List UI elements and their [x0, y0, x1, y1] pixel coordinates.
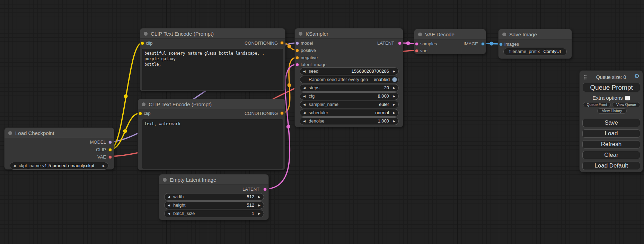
extra-options-checkbox[interactable] [625, 96, 630, 100]
extra-options-label: Extra options [592, 95, 623, 101]
node-empty-latent-header[interactable]: Empty Latent Image [159, 174, 268, 185]
widget-ckpt-name[interactable]: ◀ ckpt_name v1-5-pruned-emaonly.ckpt ▶ [10, 162, 108, 170]
decrement-arrow-icon[interactable]: ◀ [168, 210, 170, 217]
increment-arrow-icon[interactable]: ▶ [258, 210, 261, 217]
increment-arrow-icon[interactable]: ▶ [393, 84, 395, 91]
input-label-negative: negative [301, 55, 318, 60]
decrement-arrow-icon[interactable]: ◀ [168, 193, 170, 200]
node-load-checkpoint: Load Checkpoint MODEL CLIP VAE ◀ ckpt_na… [4, 127, 114, 170]
node-save-image-header[interactable]: Save Image [499, 29, 572, 39]
output-label-image: IMAGE [464, 41, 478, 46]
input-port-negative[interactable] [295, 56, 299, 60]
input-port-images[interactable] [499, 43, 503, 46]
increment-arrow-icon[interactable]: ▶ [258, 193, 261, 200]
widget-batch-size[interactable]: ◀ batch_size 1 ▶ [164, 210, 264, 217]
load-default-button[interactable]: Load Default [582, 162, 640, 170]
input-label-images: images [504, 42, 519, 47]
widget-scheduler[interactable]: ◀ scheduler normal ▶ [300, 109, 399, 117]
decrement-arrow-icon[interactable]: ◀ [168, 202, 170, 209]
widget-value: 1.000 [378, 118, 389, 125]
prompt-textarea[interactable]: text, watermark [142, 119, 283, 169]
refresh-button[interactable]: Refresh [582, 140, 640, 148]
view-queue-button[interactable]: View Queue [612, 102, 640, 107]
queue-prompt-button[interactable]: Queue Prompt [583, 83, 640, 92]
widget-seed[interactable]: ◀ seed 156680208700286 ▶ [300, 67, 399, 75]
output-label-latent: LATENT [377, 40, 394, 46]
widget-label: steps [309, 84, 319, 91]
collapse-dot-icon[interactable] [8, 131, 12, 135]
load-button[interactable]: Load [582, 129, 640, 138]
queue-front-button[interactable]: Queue Front [583, 102, 611, 107]
input-port-vae[interactable] [415, 49, 418, 53]
widget-steps[interactable]: ◀ steps 20 ▶ [300, 84, 399, 92]
input-port-model[interactable] [295, 42, 299, 45]
output-port-vae[interactable] [108, 155, 112, 159]
output-port-conditioning[interactable] [280, 111, 284, 115]
widget-filename-prefix[interactable]: filename_prefix ComfyUI [503, 48, 567, 55]
node-title: CLIP Text Encode (Prompt) [149, 101, 212, 107]
output-label-conditioning: CONDITIONING [245, 40, 278, 46]
view-history-button[interactable]: View History [597, 108, 627, 114]
decrement-arrow-icon[interactable]: ◀ [303, 101, 306, 108]
input-label-positive: positive [301, 48, 316, 53]
decrement-arrow-icon[interactable]: ◀ [303, 68, 306, 75]
clear-button[interactable]: Clear [582, 151, 640, 159]
widget-cfg[interactable]: ◀ cfg 8.000 ▶ [300, 92, 399, 100]
toggle-icon[interactable] [392, 77, 397, 82]
decrement-arrow-icon[interactable]: ◀ [303, 93, 306, 100]
node-clip-text-encode-negative: CLIP Text Encode (Prompt) clip CONDITION… [138, 99, 285, 170]
output-port-model[interactable] [108, 141, 112, 144]
widget-random-seed[interactable]: Random seed after every gen enabled [300, 76, 399, 83]
node-ksampler-header[interactable]: KSampler [295, 28, 403, 39]
node-empty-latent-image: Empty Latent Image LATENT ◀ width 512 ▶ … [159, 174, 269, 220]
widget-label: scheduler [309, 109, 328, 116]
output-port-clip[interactable] [108, 148, 112, 152]
input-port-samples[interactable] [415, 42, 418, 46]
widget-sampler-name[interactable]: ◀ sampler_name euler ▶ [300, 101, 399, 108]
increment-arrow-icon[interactable]: ▶ [258, 202, 261, 209]
decrement-arrow-icon[interactable]: ◀ [303, 118, 306, 125]
collapse-dot-icon[interactable] [502, 33, 506, 36]
widget-value: 156680208700286 [352, 68, 389, 75]
increment-arrow-icon[interactable]: ▶ [393, 93, 395, 100]
node-save-image: Save Image images filename_prefix ComfyU… [498, 29, 572, 59]
widget-value: 512 [247, 193, 254, 200]
output-port-conditioning[interactable] [280, 41, 284, 45]
widget-denoise[interactable]: ◀ denoise 1.000 ▶ [300, 117, 399, 125]
widget-height[interactable]: ◀ height 512 ▶ [164, 201, 264, 209]
increment-arrow-icon[interactable]: ▶ [393, 68, 395, 75]
collapse-dot-icon[interactable] [142, 102, 145, 106]
decrement-arrow-icon[interactable]: ◀ [303, 84, 306, 91]
input-port-positive[interactable] [295, 49, 299, 52]
node-clip-positive-header[interactable]: CLIP Text Encode (Prompt) [140, 28, 285, 39]
node-load-checkpoint-header[interactable]: Load Checkpoint [5, 128, 114, 138]
link-midpoint-dot [288, 83, 291, 87]
save-button[interactable]: Save [582, 119, 640, 127]
increment-arrow-icon[interactable]: ▶ [393, 118, 395, 125]
collapse-dot-icon[interactable] [299, 32, 302, 36]
widget-width[interactable]: ◀ width 512 ▶ [164, 193, 264, 201]
decrement-arrow-icon[interactable]: ◀ [13, 162, 16, 169]
input-port-clip[interactable] [139, 112, 142, 115]
collapse-dot-icon[interactable] [418, 33, 422, 36]
settings-gear-icon[interactable]: ⚙ [634, 73, 639, 80]
input-port-latent-image[interactable] [295, 63, 299, 66]
widget-value: 1 [252, 210, 254, 217]
prompt-textarea[interactable]: beautiful scenery nature glass bottle la… [142, 49, 283, 90]
node-title: KSampler [306, 31, 328, 37]
collapse-dot-icon[interactable] [163, 178, 167, 182]
increment-arrow-icon[interactable]: ▶ [103, 162, 105, 169]
decrement-arrow-icon[interactable]: ◀ [303, 109, 306, 116]
collapse-dot-icon[interactable] [144, 32, 148, 36]
output-port-latent[interactable] [398, 42, 402, 45]
output-port-image[interactable] [481, 42, 485, 46]
output-label-model: MODEL [90, 139, 106, 145]
node-clip-negative-header[interactable]: CLIP Text Encode (Prompt) [138, 99, 285, 109]
output-port-latent[interactable] [263, 188, 267, 191]
increment-arrow-icon[interactable]: ▶ [393, 101, 395, 108]
queue-panel: Queue size: 0 ⚙ Queue Prompt Extra optio… [579, 70, 643, 172]
input-port-clip[interactable] [141, 42, 144, 45]
increment-arrow-icon[interactable]: ▶ [393, 109, 395, 116]
widget-value: 8.000 [378, 93, 389, 100]
node-vae-decode-header[interactable]: VAE Decode [414, 29, 486, 39]
